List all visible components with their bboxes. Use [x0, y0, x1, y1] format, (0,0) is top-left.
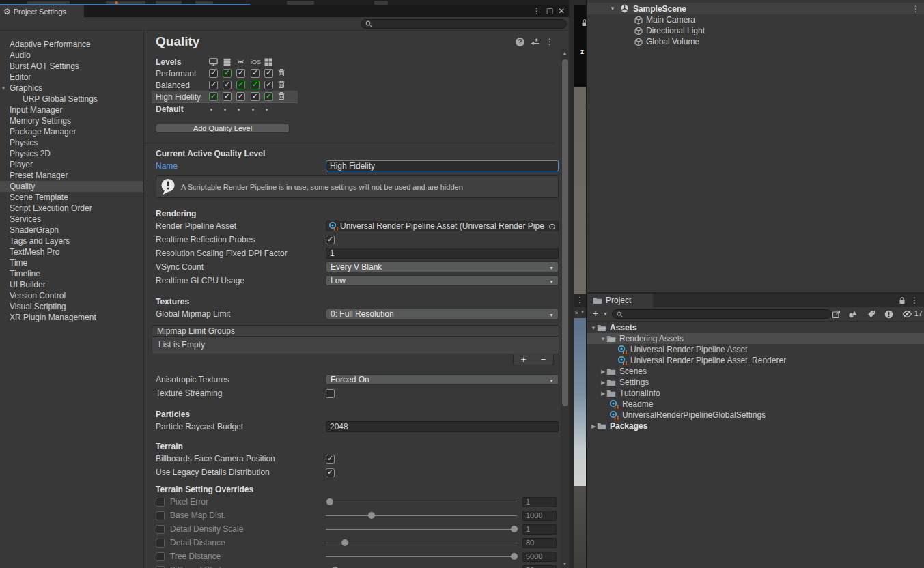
foldout-arrow-icon[interactable]: ▶: [600, 380, 606, 386]
override-checkbox[interactable]: [156, 511, 165, 520]
sidebar-item-physics[interactable]: Physics: [0, 137, 143, 148]
legacy-details-checkbox[interactable]: [326, 468, 335, 477]
default-dropdown-windows[interactable]: ▼: [264, 107, 277, 112]
help-icon[interactable]: ?: [516, 38, 524, 46]
render-pipeline-asset-field[interactable]: Universal Render Pipeline Asset (Univers…: [326, 221, 559, 231]
sidebar-item-time[interactable]: Time: [0, 257, 143, 268]
override-checkbox[interactable]: [156, 498, 165, 507]
sidebar-item-shadergraph[interactable]: ShaderGraph: [0, 225, 143, 236]
tab-project[interactable]: Project: [587, 294, 653, 307]
settings-search-field[interactable]: [361, 19, 567, 29]
sidebar-item-burst-aot[interactable]: Burst AOT Settings: [0, 61, 143, 72]
realtime-gi-dropdown[interactable]: Low▼: [326, 275, 559, 286]
global-mipmap-limit-dropdown[interactable]: 0: Full Resolution▼: [326, 309, 559, 320]
sidebar-item-ui-builder[interactable]: UI Builder: [0, 279, 143, 290]
delete-level-icon[interactable]: [277, 68, 295, 79]
particle-raycast-budget-input[interactable]: 2048: [326, 421, 559, 432]
quality-checkbox-desktop[interactable]: [209, 69, 218, 78]
delete-level-icon[interactable]: [277, 80, 295, 91]
resolution-scaling-input[interactable]: 1: [326, 248, 559, 259]
billboards-face-camera-checkbox[interactable]: [326, 455, 335, 464]
tree-distance-value[interactable]: 5000: [522, 552, 557, 562]
sidebar-item-quality[interactable]: Quality: [0, 181, 143, 192]
scroll-up-icon[interactable]: ▲: [561, 49, 569, 57]
settings-scrollbar[interactable]: ▲ ▼: [561, 49, 569, 568]
chevron-down-icon[interactable]: ▼: [603, 311, 608, 316]
quality-checkbox-ios[interactable]: [251, 92, 260, 101]
presets-icon[interactable]: [531, 38, 540, 46]
sidebar-item-player[interactable]: Player: [0, 159, 143, 170]
sidebar-item-visual-scripting[interactable]: Visual Scripting: [0, 301, 143, 312]
sidebar-item-tags-and-layers[interactable]: Tags and Layers: [0, 236, 143, 246]
lock-icon[interactable]: [899, 297, 906, 304]
project-menu-icon[interactable]: ⋮: [910, 296, 919, 305]
sidebar-item-textmesh-pro[interactable]: TextMesh Pro: [0, 246, 143, 257]
panel-menu-icon[interactable]: ⋮: [574, 294, 586, 307]
tree-row-readme[interactable]: Readme: [587, 399, 924, 410]
foldout-arrow-icon[interactable]: ▶: [600, 390, 606, 397]
quality-checkbox-ios[interactable]: [251, 69, 260, 78]
pixel-error-value[interactable]: 1: [522, 497, 557, 507]
override-checkbox[interactable]: [156, 525, 165, 534]
project-search-input[interactable]: [626, 310, 797, 318]
detail-density-scale-value[interactable]: 1: [522, 524, 557, 535]
hidden-items-eye-icon[interactable]: [902, 310, 912, 318]
add-quality-level-button[interactable]: Add Quality Level: [156, 124, 290, 133]
scrollbar-thumb[interactable]: [562, 59, 568, 406]
detail-distance-value[interactable]: 80: [522, 538, 557, 548]
quality-checkbox-server[interactable]: [223, 81, 232, 89]
hierarchy-menu-icon[interactable]: ⋮: [912, 4, 920, 14]
sidebar-item-preset-manager[interactable]: Preset Manager: [0, 170, 143, 181]
object-picker-icon[interactable]: ⊙: [548, 222, 556, 231]
sidebar-item-graphics[interactable]: ▼Graphics: [0, 83, 143, 94]
quality-checkbox-desktop[interactable]: [209, 81, 218, 89]
gizmos-dropdown-fragment[interactable]: s▼: [574, 307, 586, 318]
sidebar-item-urp-global-settings[interactable]: URP Global Settings: [0, 94, 143, 104]
window-titlebar[interactable]: ⚙ Project Settings ⋮ ▢ ✕: [0, 5, 569, 17]
import-warning-icon[interactable]: [884, 310, 893, 319]
billboard-start-slider[interactable]: [326, 565, 517, 568]
scene-header-row[interactable]: ▼ SampleScene ⋮: [587, 3, 924, 14]
project-search-field[interactable]: [612, 309, 832, 319]
search-input[interactable]: [375, 20, 535, 28]
texture-streaming-checkbox[interactable]: [326, 389, 335, 398]
sidebar-item-memory-settings[interactable]: Memory Settings: [0, 115, 143, 126]
tree-row-rendering-assets[interactable]: ▼ Rendering Assets: [587, 333, 924, 344]
foldout-arrow-icon[interactable]: ▶: [590, 423, 597, 429]
sidebar-item-xr-plugin-management[interactable]: XR Plugin Management: [0, 312, 143, 323]
sidebar-item-editor[interactable]: Editor: [0, 72, 143, 83]
base-map-dist-value[interactable]: 1000: [522, 511, 557, 521]
close-icon[interactable]: ✕: [557, 6, 566, 16]
quality-checkbox-android[interactable]: [236, 81, 245, 89]
override-checkbox[interactable]: [156, 539, 165, 548]
foldout-arrow-icon[interactable]: ▼: [1, 83, 6, 94]
delete-level-icon[interactable]: [277, 91, 295, 102]
window-menu-icon[interactable]: ⋮: [532, 6, 542, 16]
detail-density-scale-slider[interactable]: [326, 524, 517, 534]
sidebar-item-audio[interactable]: Audio: [0, 50, 143, 61]
open-search-window-icon[interactable]: [832, 310, 841, 319]
quality-name-input[interactable]: High Fidelity: [326, 160, 559, 171]
quality-checkbox-android[interactable]: [236, 69, 245, 78]
anisotropic-textures-dropdown[interactable]: Forced On▼: [326, 374, 559, 385]
default-dropdown-ios[interactable]: ▼: [251, 107, 264, 112]
quality-checkbox-windows[interactable]: [264, 69, 273, 78]
vsync-count-dropdown[interactable]: Every V Blank▼: [326, 261, 559, 272]
quality-checkbox-windows[interactable]: [264, 92, 273, 101]
override-checkbox[interactable]: [156, 552, 165, 561]
foldout-arrow-icon[interactable]: ▼: [610, 5, 615, 12]
quality-level-row-performant[interactable]: Performant: [152, 68, 298, 79]
quality-checkbox-server[interactable]: [223, 69, 232, 78]
realtime-reflection-probes-checkbox[interactable]: [326, 236, 335, 244]
hierarchy-item-global-volume[interactable]: Global Volume: [587, 36, 924, 47]
search-by-label-icon[interactable]: [867, 310, 876, 318]
sidebar-item-input-manager[interactable]: Input Manager: [0, 104, 143, 115]
tree-row-scenes[interactable]: ▶ Scenes: [587, 366, 924, 377]
maximize-icon[interactable]: ▢: [545, 6, 555, 15]
override-checkbox[interactable]: [156, 566, 165, 568]
detail-distance-slider[interactable]: [326, 538, 517, 548]
quality-checkbox-server[interactable]: [223, 92, 232, 101]
default-dropdown-desktop[interactable]: ▼: [209, 107, 223, 112]
tree-row-urp-asset-renderer[interactable]: Universal Render Pipeline Asset_Renderer: [587, 355, 924, 366]
sidebar-item-adaptive-performance[interactable]: Adaptive Performance: [0, 39, 143, 50]
